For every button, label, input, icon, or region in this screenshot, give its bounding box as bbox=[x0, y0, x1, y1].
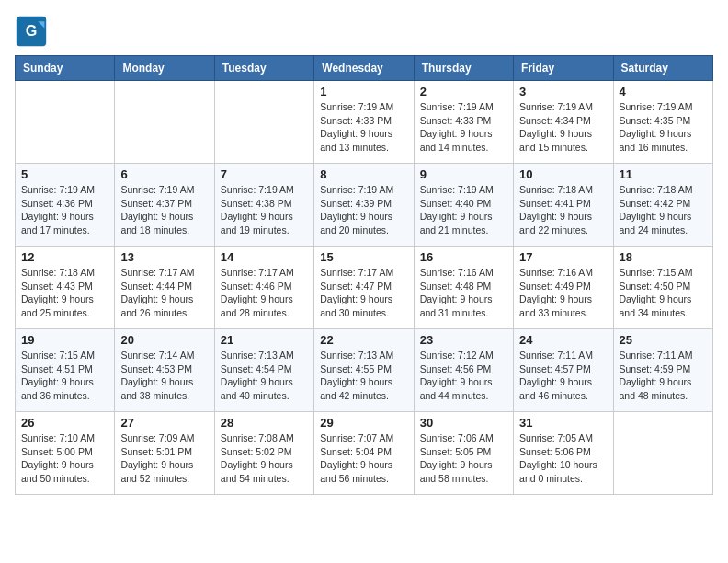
calendar-cell: 1Sunrise: 7:19 AM Sunset: 4:33 PM Daylig… bbox=[314, 81, 414, 164]
calendar-cell: 26Sunrise: 7:10 AM Sunset: 5:00 PM Dayli… bbox=[16, 412, 115, 495]
day-number: 25 bbox=[620, 333, 707, 347]
day-number: 17 bbox=[519, 250, 607, 264]
calendar-cell: 19Sunrise: 7:15 AM Sunset: 4:51 PM Dayli… bbox=[16, 329, 115, 412]
calendar-week-5: 26Sunrise: 7:10 AM Sunset: 5:00 PM Dayli… bbox=[16, 412, 713, 495]
calendar-header-row: SundayMondayTuesdayWednesdayThursdayFrid… bbox=[16, 56, 713, 81]
calendar-cell: 11Sunrise: 7:18 AM Sunset: 4:42 PM Dayli… bbox=[613, 164, 712, 247]
calendar-cell: 2Sunrise: 7:19 AM Sunset: 4:33 PM Daylig… bbox=[414, 81, 513, 164]
day-number: 21 bbox=[221, 333, 308, 347]
calendar-cell: 31Sunrise: 7:05 AM Sunset: 5:06 PM Dayli… bbox=[514, 412, 613, 495]
day-info: Sunrise: 7:19 AM Sunset: 4:33 PM Dayligh… bbox=[320, 100, 407, 155]
day-number: 29 bbox=[320, 416, 407, 430]
day-number: 4 bbox=[620, 85, 707, 98]
day-info: Sunrise: 7:10 AM Sunset: 5:00 PM Dayligh… bbox=[21, 431, 108, 486]
day-number: 30 bbox=[420, 416, 507, 430]
calendar-week-4: 19Sunrise: 7:15 AM Sunset: 4:51 PM Dayli… bbox=[16, 329, 713, 412]
calendar-cell: 23Sunrise: 7:12 AM Sunset: 4:56 PM Dayli… bbox=[414, 329, 513, 412]
day-info: Sunrise: 7:13 AM Sunset: 4:54 PM Dayligh… bbox=[221, 349, 308, 403]
day-number: 7 bbox=[221, 167, 308, 181]
day-info: Sunrise: 7:11 AM Sunset: 4:57 PM Dayligh… bbox=[519, 349, 607, 403]
calendar-cell: 22Sunrise: 7:13 AM Sunset: 4:55 PM Dayli… bbox=[314, 329, 414, 412]
calendar-cell: 13Sunrise: 7:17 AM Sunset: 4:44 PM Dayli… bbox=[115, 247, 214, 329]
page-header: G bbox=[15, 15, 713, 48]
day-info: Sunrise: 7:06 AM Sunset: 5:05 PM Dayligh… bbox=[420, 431, 507, 486]
day-number: 13 bbox=[120, 250, 208, 264]
day-info: Sunrise: 7:19 AM Sunset: 4:40 PM Dayligh… bbox=[420, 183, 507, 237]
day-number: 11 bbox=[620, 167, 707, 181]
column-header-monday: Monday bbox=[115, 56, 214, 81]
day-number: 10 bbox=[519, 167, 607, 181]
calendar-week-3: 12Sunrise: 7:18 AM Sunset: 4:43 PM Dayli… bbox=[16, 247, 713, 329]
day-number: 31 bbox=[519, 416, 607, 430]
calendar-cell: 14Sunrise: 7:17 AM Sunset: 4:46 PM Dayli… bbox=[214, 247, 313, 329]
day-number: 6 bbox=[120, 167, 208, 181]
calendar-week-2: 5Sunrise: 7:19 AM Sunset: 4:36 PM Daylig… bbox=[16, 164, 713, 247]
day-number: 18 bbox=[620, 250, 707, 264]
day-number: 23 bbox=[420, 333, 507, 347]
day-number: 9 bbox=[420, 167, 507, 181]
calendar-cell: 16Sunrise: 7:16 AM Sunset: 4:48 PM Dayli… bbox=[414, 247, 513, 329]
day-number: 8 bbox=[320, 167, 407, 181]
day-number: 14 bbox=[221, 250, 308, 264]
day-info: Sunrise: 7:05 AM Sunset: 5:06 PM Dayligh… bbox=[519, 431, 607, 486]
day-number: 3 bbox=[519, 85, 607, 98]
calendar-cell bbox=[214, 81, 313, 164]
logo-icon: G bbox=[15, 15, 48, 48]
day-info: Sunrise: 7:15 AM Sunset: 4:51 PM Dayligh… bbox=[21, 349, 108, 403]
calendar-cell: 20Sunrise: 7:14 AM Sunset: 4:53 PM Dayli… bbox=[115, 329, 214, 412]
day-number: 12 bbox=[21, 250, 108, 264]
column-header-wednesday: Wednesday bbox=[314, 56, 414, 81]
calendar-cell: 8Sunrise: 7:19 AM Sunset: 4:39 PM Daylig… bbox=[314, 164, 414, 247]
calendar-cell: 25Sunrise: 7:11 AM Sunset: 4:59 PM Dayli… bbox=[613, 329, 712, 412]
day-info: Sunrise: 7:18 AM Sunset: 4:41 PM Dayligh… bbox=[519, 183, 607, 237]
day-info: Sunrise: 7:19 AM Sunset: 4:33 PM Dayligh… bbox=[420, 100, 507, 155]
calendar-cell: 27Sunrise: 7:09 AM Sunset: 5:01 PM Dayli… bbox=[115, 412, 214, 495]
day-info: Sunrise: 7:19 AM Sunset: 4:36 PM Dayligh… bbox=[21, 183, 108, 237]
day-info: Sunrise: 7:18 AM Sunset: 4:43 PM Dayligh… bbox=[21, 266, 108, 320]
column-header-saturday: Saturday bbox=[613, 56, 712, 81]
calendar-cell: 30Sunrise: 7:06 AM Sunset: 5:05 PM Dayli… bbox=[414, 412, 513, 495]
day-info: Sunrise: 7:19 AM Sunset: 4:37 PM Dayligh… bbox=[120, 183, 208, 237]
day-number: 1 bbox=[320, 85, 407, 98]
day-info: Sunrise: 7:17 AM Sunset: 4:44 PM Dayligh… bbox=[120, 266, 208, 320]
day-info: Sunrise: 7:13 AM Sunset: 4:55 PM Dayligh… bbox=[320, 349, 407, 403]
day-info: Sunrise: 7:19 AM Sunset: 4:34 PM Dayligh… bbox=[519, 100, 607, 155]
day-info: Sunrise: 7:19 AM Sunset: 4:38 PM Dayligh… bbox=[221, 183, 308, 237]
calendar-cell: 24Sunrise: 7:11 AM Sunset: 4:57 PM Dayli… bbox=[514, 329, 613, 412]
day-number: 24 bbox=[519, 333, 607, 347]
day-number: 2 bbox=[420, 85, 507, 98]
day-info: Sunrise: 7:19 AM Sunset: 4:35 PM Dayligh… bbox=[620, 100, 707, 155]
day-number: 19 bbox=[21, 333, 108, 347]
column-header-friday: Friday bbox=[514, 56, 613, 81]
calendar-cell: 12Sunrise: 7:18 AM Sunset: 4:43 PM Dayli… bbox=[16, 247, 115, 329]
calendar-cell bbox=[16, 81, 115, 164]
svg-text:G: G bbox=[26, 22, 38, 39]
calendar-week-1: 1Sunrise: 7:19 AM Sunset: 4:33 PM Daylig… bbox=[16, 81, 713, 164]
calendar-cell: 29Sunrise: 7:07 AM Sunset: 5:04 PM Dayli… bbox=[314, 412, 414, 495]
day-info: Sunrise: 7:09 AM Sunset: 5:01 PM Dayligh… bbox=[120, 431, 208, 486]
calendar-cell: 28Sunrise: 7:08 AM Sunset: 5:02 PM Dayli… bbox=[214, 412, 313, 495]
day-info: Sunrise: 7:08 AM Sunset: 5:02 PM Dayligh… bbox=[221, 431, 308, 486]
calendar-cell: 7Sunrise: 7:19 AM Sunset: 4:38 PM Daylig… bbox=[214, 164, 313, 247]
calendar-cell: 6Sunrise: 7:19 AM Sunset: 4:37 PM Daylig… bbox=[115, 164, 214, 247]
calendar-cell: 17Sunrise: 7:16 AM Sunset: 4:49 PM Dayli… bbox=[514, 247, 613, 329]
day-info: Sunrise: 7:17 AM Sunset: 4:47 PM Dayligh… bbox=[320, 266, 407, 320]
calendar-cell bbox=[115, 81, 214, 164]
day-info: Sunrise: 7:17 AM Sunset: 4:46 PM Dayligh… bbox=[221, 266, 308, 320]
day-info: Sunrise: 7:12 AM Sunset: 4:56 PM Dayligh… bbox=[420, 349, 507, 403]
logo: G bbox=[15, 15, 51, 48]
day-info: Sunrise: 7:19 AM Sunset: 4:39 PM Dayligh… bbox=[320, 183, 407, 237]
calendar-cell: 15Sunrise: 7:17 AM Sunset: 4:47 PM Dayli… bbox=[314, 247, 414, 329]
day-info: Sunrise: 7:16 AM Sunset: 4:49 PM Dayligh… bbox=[519, 266, 607, 320]
column-header-sunday: Sunday bbox=[16, 56, 115, 81]
calendar-table: SundayMondayTuesdayWednesdayThursdayFrid… bbox=[15, 55, 713, 495]
day-info: Sunrise: 7:18 AM Sunset: 4:42 PM Dayligh… bbox=[620, 183, 707, 237]
day-number: 16 bbox=[420, 250, 507, 264]
day-number: 28 bbox=[221, 416, 308, 430]
day-number: 20 bbox=[120, 333, 208, 347]
day-info: Sunrise: 7:11 AM Sunset: 4:59 PM Dayligh… bbox=[620, 349, 707, 403]
day-number: 26 bbox=[21, 416, 108, 430]
day-info: Sunrise: 7:16 AM Sunset: 4:48 PM Dayligh… bbox=[420, 266, 507, 320]
calendar-cell: 10Sunrise: 7:18 AM Sunset: 4:41 PM Dayli… bbox=[514, 164, 613, 247]
calendar-cell: 4Sunrise: 7:19 AM Sunset: 4:35 PM Daylig… bbox=[613, 81, 712, 164]
